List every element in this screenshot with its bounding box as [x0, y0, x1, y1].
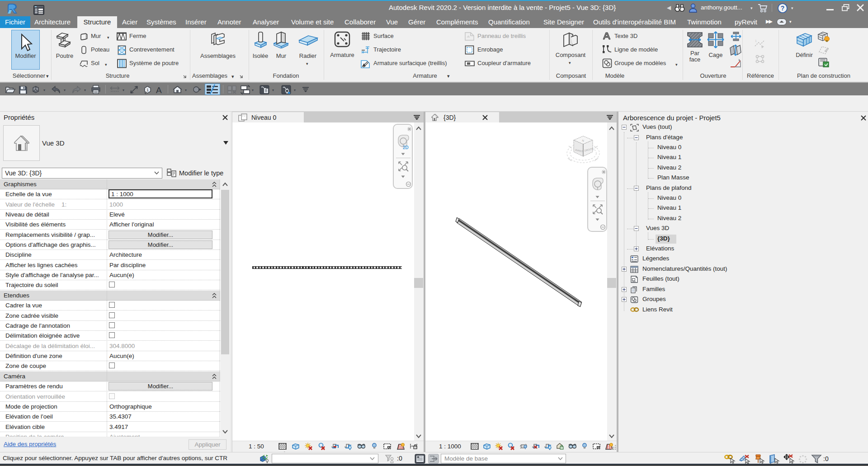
svg-text:1: 1 — [755, 39, 757, 42]
svg-text:1: 1 — [146, 88, 149, 92]
svg-text:?: ? — [781, 5, 785, 12]
